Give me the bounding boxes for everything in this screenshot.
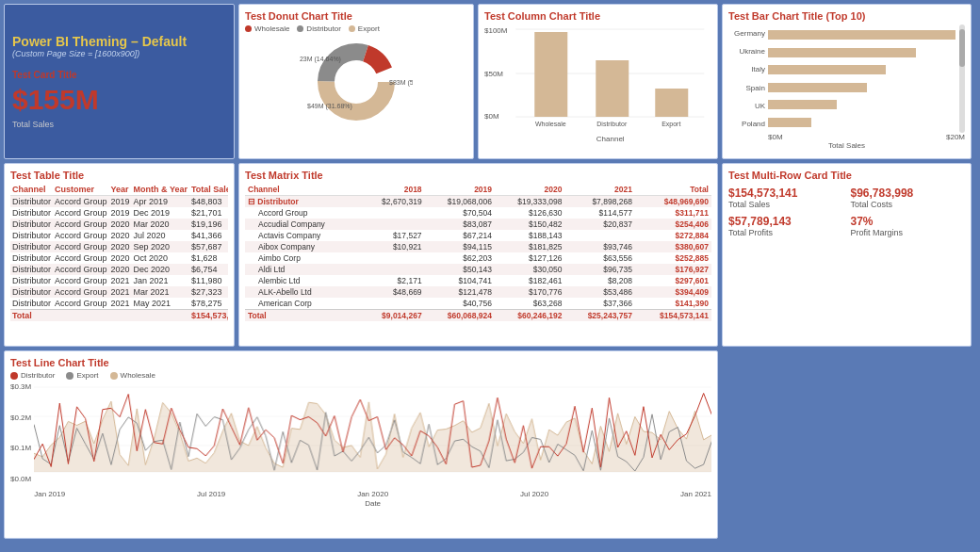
- line-legend: Distributor Export Wholesale: [10, 371, 711, 380]
- table-row: DistributorAccord Group2021Mar 2021$27,3…: [10, 286, 228, 298]
- multi-row-item-3: $57,789,143 Total Profits: [728, 215, 843, 237]
- export-line-dot: [66, 372, 74, 380]
- bar-germany: [768, 30, 956, 40]
- bar-chart-y-axis: Germany Ukraine Italy Spain UK Poland: [728, 24, 768, 133]
- wholesale-dot: [245, 25, 252, 32]
- table-row: DistributorAccord Group2020Dec 2020$6,75…: [10, 264, 228, 275]
- total-sales-label: Total Sales: [728, 200, 843, 209]
- table-row: DistributorAccord Group2021May 2021$78,2…: [10, 298, 228, 310]
- multi-row-title: Test Multi-Row Card Title: [728, 170, 965, 181]
- table-row: DistributorAccord Group2019Apr 2019$48,8…: [10, 196, 228, 208]
- profit-margins-label: Profit Margins: [851, 228, 966, 237]
- bar-chart-title: Test Bar Chart Title (Top 10): [728, 10, 965, 22]
- donut-svg: $23M (14.64%) $49M (31.68%) $83M (53.67%…: [300, 33, 413, 132]
- bar-chart-x-title: Total Sales: [728, 141, 965, 150]
- column-svg: Wholesale Distributor Export: [509, 24, 711, 133]
- bar-poland: [768, 118, 811, 127]
- multi-row-grid: $154,573,141 Total Sales $96,783,998 Tot…: [728, 187, 965, 237]
- table-card: Test Table Title Channel Customer Year M…: [4, 163, 235, 347]
- svg-text:Export: Export: [662, 121, 681, 128]
- svg-rect-11: [596, 60, 629, 117]
- donut-chart-title: Test Donut Chart Title: [245, 10, 467, 22]
- total-profits-value: $57,789,143: [728, 215, 843, 228]
- table-row: DistributorAccord Group2020Mar 2020$19,1…: [10, 219, 228, 230]
- matrix-row: ⊟ Distributor$2,670,319$19,068,006$19,33…: [245, 196, 711, 208]
- profit-margins-value: 37%: [851, 215, 966, 228]
- svg-rect-10: [535, 32, 568, 117]
- distributor-line-dot: [10, 372, 18, 380]
- multi-row-item-4: 37% Profit Margins: [851, 215, 966, 237]
- svg-text:$83M (53.67%): $83M (53.67%): [389, 79, 413, 87]
- wholesale-line-dot: [110, 372, 118, 380]
- total-costs-value: $96,783,998: [851, 187, 966, 200]
- column-x-title: Channel: [509, 135, 711, 143]
- line-chart-canvas: [34, 382, 711, 472]
- svg-text:$23M (14.64%): $23M (14.64%): [300, 56, 341, 63]
- matrix-row: Aimbo Corp$62,203$127,126$63,556$252,885: [245, 252, 711, 264]
- matrix-row: American Corp$40,756$63,268$37,366$141,3…: [245, 298, 711, 310]
- line-x-title: Date: [34, 499, 711, 508]
- multi-row-card: Test Multi-Row Card Title $154,573,141 T…: [722, 163, 972, 347]
- total-sales-value: $154,573,141: [728, 187, 843, 200]
- empty-area: [722, 350, 972, 539]
- matrix-row: Accord Group$70,504$126,630$114,577$311,…: [245, 207, 711, 219]
- matrix-row: Accudial Company$83,087$150,482$20,837$2…: [245, 219, 711, 230]
- svg-point-3: [335, 61, 377, 103]
- multi-row-item-1: $154,573,141 Total Sales: [728, 187, 843, 209]
- svg-text:Distributor: Distributor: [597, 121, 629, 127]
- metric-card-title: Test Card Title: [12, 70, 226, 80]
- matrix-row: Actavis Company$17,527$67,214$188,143$27…: [245, 230, 711, 241]
- bar-chart-card: Test Bar Chart Title (Top 10) Germany Uk…: [722, 4, 972, 159]
- svg-text:$49M (31.68%): $49M (31.68%): [307, 103, 352, 110]
- table-total-row: Total$154,573,141: [10, 310, 228, 322]
- matrix-col-2018: 2018: [361, 184, 425, 196]
- bar-uk: [768, 100, 837, 109]
- svg-rect-12: [656, 89, 689, 117]
- line-x-labels: Jan 2019 Jul 2019 Jan 2020 Jul 2020 Jan …: [34, 488, 711, 498]
- table-row: DistributorAccord Group2020Jul 2020$41,3…: [10, 230, 228, 241]
- bar-ukraine: [768, 48, 916, 57]
- y-axis: $100M $50M $0M: [484, 24, 509, 138]
- title-card: Power BI Theming – Default (Custom Page …: [4, 4, 235, 159]
- matrix-title: Test Matrix Title: [245, 170, 711, 181]
- table-row: DistributorAccord Group2020Sep 2020$57,6…: [10, 241, 228, 252]
- matrix-row: Alembic Ltd$2,171$104,741$182,461$8,208$…: [245, 275, 711, 286]
- matrix-col-2021: 2021: [564, 184, 634, 196]
- total-profits-label: Total Profits: [728, 228, 843, 237]
- legend-wholesale: Wholesale: [245, 24, 289, 33]
- col-year: Year: [109, 184, 132, 196]
- line-chart-card: Test Line Chart Title Distributor Export…: [4, 350, 718, 539]
- multi-row-item-2: $96,783,998 Total Costs: [851, 187, 966, 209]
- table-row: DistributorAccord Group2020Oct 2020$1,62…: [10, 252, 228, 264]
- column-chart-title: Test Column Chart Title: [484, 10, 711, 22]
- matrix-row: ALK-Abello Ltd$48,669$121,478$170,776$53…: [245, 286, 711, 298]
- distributor-dot: [297, 25, 303, 32]
- col-customer: Customer: [53, 184, 109, 196]
- matrix-table: Channel 2018 2019 2020 2021 Total ⊟ Dist…: [245, 184, 711, 321]
- dashboard-title: Power BI Theming – Default: [12, 34, 226, 49]
- donut-chart-card: Test Donut Chart Title Wholesale Distrib…: [238, 4, 474, 159]
- legend-wholesale-line: Wholesale: [110, 371, 155, 380]
- matrix-col-2020: 2020: [495, 184, 564, 196]
- metric-label: Total Sales: [12, 120, 226, 129]
- svg-text:Wholesale: Wholesale: [535, 121, 566, 127]
- matrix-col-channel: Channel: [245, 184, 361, 196]
- matrix-card: Test Matrix Title Channel 2018 2019 2020…: [238, 163, 718, 347]
- table-title: Test Table Title: [10, 170, 228, 181]
- column-chart-card: Test Column Chart Title $100M $50M $0M: [478, 4, 718, 159]
- matrix-total-row: Total$9,014,267$60,068,924$60,246,192$25…: [245, 310, 711, 322]
- data-table: Channel Customer Year Month & Year Total…: [10, 184, 228, 321]
- legend-export-line: Export: [66, 371, 98, 380]
- line-y-axis: $0.3M $0.2M $0.1M $0.0M: [10, 382, 34, 500]
- matrix-col-total: Total: [635, 184, 711, 196]
- bar-spain: [768, 83, 867, 92]
- dashboard-subtitle: (Custom Page Size = [1600x900]): [12, 49, 226, 58]
- total-costs-label: Total Costs: [851, 200, 966, 209]
- table-row: DistributorAccord Group2019Dec 2019$21,7…: [10, 207, 228, 219]
- col-sales: Total Sales: [189, 184, 228, 196]
- col-channel: Channel: [10, 184, 53, 196]
- col-month: Month & Year: [132, 184, 189, 196]
- matrix-row: Aibox Company$10,921$94,115$181,825$93,7…: [245, 241, 711, 252]
- line-chart-title: Test Line Chart Title: [10, 357, 711, 368]
- matrix-row: Aldi Ltd$50,143$30,050$96,735$176,927: [245, 264, 711, 275]
